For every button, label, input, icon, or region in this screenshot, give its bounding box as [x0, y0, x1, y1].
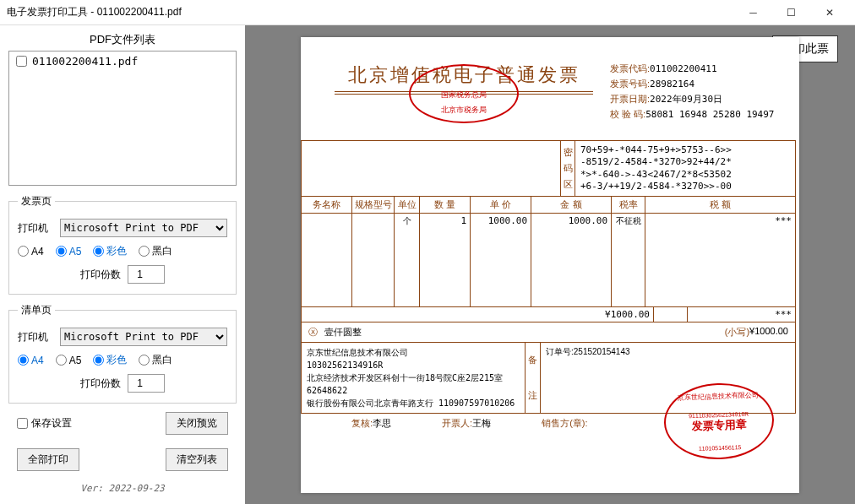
stamp-text-2: 北京市税务局	[441, 105, 487, 116]
invoice-copies-label: 打印份数	[80, 268, 121, 282]
preview-area: 打印此票 北京增值税电子普通发票 国家税务总局 北京市税务局 发票代码:0110…	[245, 25, 855, 504]
invoice-copies-input[interactable]	[128, 265, 165, 284]
invoice-page-legend: 发票页	[18, 194, 55, 209]
items-header: 务名称 规格型号 单位 数 量 单 价 金 额 税率 税 额	[302, 197, 795, 214]
item-row: 个 1 1000.00 1000.00 不征税 ***	[302, 214, 795, 306]
file-list[interactable]: 011002200411.pdf	[8, 51, 237, 186]
list-printer-select[interactable]: Microsoft Print to PDF	[60, 328, 227, 346]
window-titlebar: 电子发票打印工具 - 011002200411.pdf ─ ☐ ✕	[0, 0, 855, 25]
invoice-size-a5[interactable]: A5	[56, 246, 82, 257]
cipher-content: 70+59+-*044-75+9+>5753--6>> -8519/2-4584…	[575, 141, 795, 196]
total-row: ¥1000.00 ***	[302, 306, 795, 322]
cipher-label: 密码区	[560, 141, 575, 196]
invoice-size-a4[interactable]: A4	[18, 246, 44, 257]
file-name: 011002200411.pdf	[32, 55, 138, 68]
invoice-page-group: 发票页 打印机 Microsoft Print to PDF A4 A5 彩色 …	[8, 194, 237, 295]
list-size-a4[interactable]: A4	[18, 355, 44, 366]
list-size-a5[interactable]: A5	[56, 355, 82, 366]
sidebar: PDF文件列表 011002200411.pdf 发票页 打印机 Microso…	[0, 25, 245, 504]
window-title: 电子发票打印工具 - 011002200411.pdf	[7, 5, 734, 19]
list-bw[interactable]: 黑白	[139, 353, 172, 367]
list-color[interactable]: 彩色	[93, 353, 127, 367]
filelist-title: PDF文件列表	[8, 32, 237, 47]
version-text: Ver: 2022-09-23	[8, 483, 237, 494]
list-printer-label: 打印机	[18, 330, 53, 344]
note-label: 备注	[526, 343, 541, 413]
file-item[interactable]: 011002200411.pdf	[9, 51, 236, 71]
list-page-group: 清单页 打印机 Microsoft Print to PDF A4 A5 彩色 …	[8, 303, 237, 404]
invoice-meta: 发票代码:011002200411 发票号码:28982164 开票日期:202…	[610, 62, 787, 123]
seller-info: 京东世纪信息技术有限公司 10302562134916R 北京经济技术开发区科创…	[302, 343, 526, 413]
invoice-page: 北京增值税电子普通发票 国家税务总局 北京市税务局 发票代码:011002200…	[301, 37, 799, 493]
print-all-button[interactable]: 全部打印	[17, 448, 79, 471]
invoice-printer-select[interactable]: Microsoft Print to PDF	[60, 219, 227, 237]
clear-list-button[interactable]: 清空列表	[166, 448, 228, 471]
list-page-legend: 清单页	[18, 303, 55, 317]
printer-label: 打印机	[18, 221, 53, 236]
invoice-bw[interactable]: 黑白	[139, 244, 172, 258]
invoice-title: 北京增值税电子普通发票	[318, 62, 610, 88]
maximize-button[interactable]: ☐	[772, 1, 810, 24]
list-copies-label: 打印份数	[80, 377, 121, 391]
close-button[interactable]: ✕	[810, 1, 848, 24]
close-preview-button[interactable]: 关闭预览	[166, 412, 228, 435]
save-settings-checkbox[interactable]: 保存设置	[17, 416, 72, 431]
stamp-text-1: 国家税务总局	[441, 89, 487, 100]
minimize-button[interactable]: ─	[734, 1, 772, 24]
capital-row: ⓧ 壹仟圆整 (小写) ¥1000.00	[302, 322, 795, 343]
invoice-seal: 京东世纪信息技术有限公司 91110302562134916R 发票专用章 11…	[662, 382, 775, 461]
invoice-color[interactable]: 彩色	[93, 244, 127, 258]
file-checkbox[interactable]	[16, 56, 27, 67]
list-copies-input[interactable]	[128, 374, 165, 393]
